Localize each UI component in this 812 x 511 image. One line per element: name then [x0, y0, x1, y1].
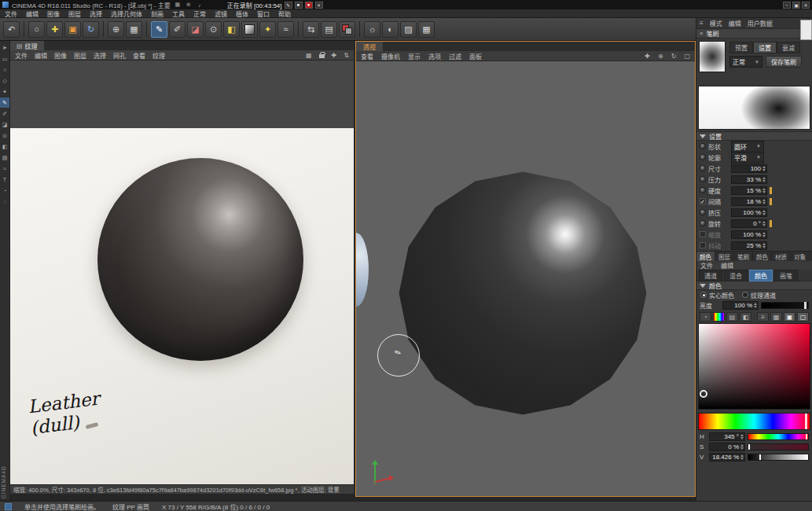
scale-checkbox[interactable]: [700, 231, 706, 237]
saturation-slider[interactable]: [748, 443, 809, 450]
layout-icon[interactable]: [800, 20, 812, 40]
magic-wand-icon[interactable]: ✦: [259, 21, 276, 38]
pin-icon[interactable]: ✚: [332, 52, 337, 59]
menu-item-file[interactable]: 文件: [5, 9, 17, 18]
slider-handle[interactable]: [770, 220, 772, 227]
slider-handle[interactable]: [804, 302, 806, 309]
tab-presets[interactable]: 预置: [729, 42, 753, 53]
value-field[interactable]: 18.426 %: [709, 453, 745, 461]
viewport-menu-filter[interactable]: 过滤: [449, 52, 461, 61]
mode-mixing[interactable]: 混合: [724, 270, 748, 281]
stepper-icon[interactable]: [762, 243, 766, 248]
blend-mode-dropdown[interactable]: 正常 ▼: [729, 56, 762, 68]
scale-tool-icon[interactable]: ▣: [64, 21, 81, 38]
stepper-icon[interactable]: [740, 444, 744, 450]
value-slider[interactable]: [748, 454, 809, 461]
close-icon[interactable]: ✕: [802, 2, 810, 9]
move-tool-icon[interactable]: ✚: [46, 21, 63, 38]
history-icon[interactable]: ▦: [174, 1, 182, 9]
menu-item-plugins[interactable]: 植体: [236, 9, 248, 18]
viewport-menu-display[interactable]: 显示: [408, 52, 421, 61]
gradient-icon[interactable]: [241, 21, 258, 38]
maximize-view-icon[interactable]: ▢: [684, 53, 690, 60]
setting-knob[interactable]: [700, 209, 706, 215]
tab-perspective[interactable]: 透视: [356, 42, 383, 51]
setting-knob[interactable]: [700, 220, 706, 226]
setting-knob[interactable]: [700, 176, 706, 182]
clone-stamp-icon[interactable]: ⊙: [205, 21, 222, 38]
attr-menu-mode[interactable]: 模式: [710, 19, 722, 28]
spectrum-icon[interactable]: [713, 312, 725, 322]
maximize-icon[interactable]: ▣: [792, 2, 800, 9]
smudge-tool-icon[interactable]: ≈: [0, 164, 9, 174]
setting-knob[interactable]: [700, 143, 706, 149]
texture-menu-view[interactable]: 查看: [133, 51, 145, 60]
stepper-icon[interactable]: [762, 221, 766, 226]
color-swatches-icon[interactable]: [339, 21, 355, 38]
magic-wand-icon[interactable]: ✦: [0, 86, 9, 97]
slider-handle[interactable]: [770, 187, 772, 194]
stepper-icon[interactable]: [762, 166, 766, 171]
rotate-tool-icon[interactable]: ↻: [83, 21, 99, 38]
mixer-icon[interactable]: ◧: [740, 312, 751, 322]
recorder-close-icon[interactable]: ✕: [315, 2, 323, 9]
viewport-menu-cameras[interactable]: 摄像机: [381, 52, 400, 61]
record-icon[interactable]: ●: [305, 2, 313, 9]
stepper-icon[interactable]: [762, 199, 766, 204]
pan-view-icon[interactable]: ✚: [645, 53, 650, 60]
table-view-icon[interactable]: ▢: [797, 312, 809, 322]
stepper-icon[interactable]: [754, 303, 757, 308]
pencil-icon[interactable]: ✐: [0, 108, 9, 119]
tab-materials[interactable]: 材质: [772, 252, 791, 261]
save-brush-button[interactable]: 保存笔刷: [766, 56, 802, 68]
slider-handle[interactable]: [806, 434, 807, 439]
menu-item-select[interactable]: 选择: [90, 9, 102, 18]
color-menu-edit[interactable]: 编辑: [721, 261, 733, 270]
undo-icon[interactable]: ↶: [3, 21, 20, 38]
mirror-icon[interactable]: ⇆: [303, 21, 319, 38]
draw-pencil-icon[interactable]: ✐: [169, 21, 186, 38]
uv-mesh-icon[interactable]: ▦: [418, 21, 435, 38]
menu-item-normal[interactable]: 正常: [193, 9, 206, 18]
projection-paint-icon[interactable]: ▤: [321, 21, 337, 38]
size-field[interactable]: 100: [731, 164, 767, 173]
jitter-field[interactable]: 25 %: [731, 241, 767, 250]
jitter-checkbox[interactable]: [700, 242, 706, 248]
texture-menu-select[interactable]: 选择: [94, 51, 106, 60]
blur-tool-icon[interactable]: ◌: [0, 197, 9, 207]
coordinate-system-icon[interactable]: ⊕: [108, 21, 124, 38]
radio-icon[interactable]: [742, 292, 748, 298]
gradient-tool-icon[interactable]: ▨: [0, 153, 9, 163]
eraser-icon[interactable]: ◪: [0, 119, 9, 130]
brightness-field[interactable]: 100 %: [722, 301, 759, 310]
menu-item-filter[interactable]: 滤镜: [215, 9, 227, 18]
lasso-select-icon[interactable]: ○: [0, 64, 9, 75]
menu-item-sculpt[interactable]: 刻画: [151, 9, 164, 18]
tab-settings[interactable]: 设置: [753, 42, 777, 53]
lock-icon[interactable]: [319, 54, 325, 58]
radio-selected-icon[interactable]: [700, 292, 707, 298]
tab-falloff[interactable]: 衰减: [777, 42, 800, 53]
zoom-view-icon[interactable]: ⊕: [658, 53, 663, 60]
color-wheel-icon[interactable]: ◔: [700, 312, 711, 322]
slider-handle[interactable]: [759, 454, 761, 460]
rotate-view-icon[interactable]: ↻: [671, 53, 677, 60]
menu-item-layer[interactable]: 图层: [68, 9, 81, 18]
grid-view-icon[interactable]: ▦: [770, 312, 782, 322]
texture-menu-texture[interactable]: 纹理: [152, 51, 165, 60]
select-arrow-icon[interactable]: ➤: [0, 42, 9, 53]
setting-knob[interactable]: [700, 187, 706, 193]
texture-menu-layer[interactable]: 图层: [74, 51, 86, 60]
color-menu-file[interactable]: 文件: [700, 261, 713, 270]
color-field-marker[interactable]: [700, 390, 707, 398]
shape-dropdown[interactable]: 圆环 ▼: [731, 141, 764, 153]
burger-menu-icon[interactable]: ≡: [700, 20, 704, 27]
compact-view-icon[interactable]: ▣: [784, 312, 795, 322]
menu-item-tools[interactable]: 工具: [172, 9, 185, 18]
settings-section-header[interactable]: 设置: [696, 131, 812, 141]
menu-item-edit[interactable]: 编辑: [26, 9, 39, 18]
contour-dropdown[interactable]: 平滑 ▼: [731, 152, 764, 164]
saturation-value-field[interactable]: [698, 323, 810, 410]
solid-color-option[interactable]: 实心颜色: [700, 291, 734, 300]
menu-item-window[interactable]: 窗口: [257, 9, 270, 18]
